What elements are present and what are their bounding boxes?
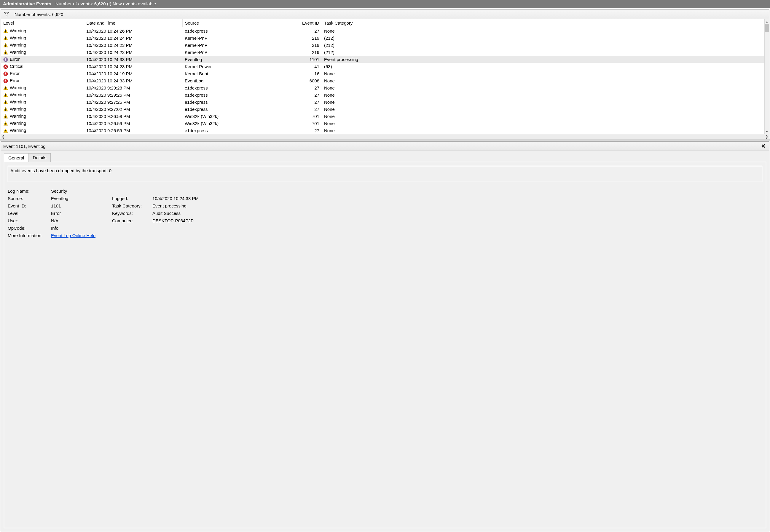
cell-task: None [322, 70, 769, 77]
cell-date: 10/4/2020 9:26:59 PM [84, 113, 182, 120]
value-keywords: Audit Success [152, 211, 762, 216]
table-row[interactable]: Error10/4/2020 10:24:33 PMEventLog6008No… [1, 77, 769, 84]
table-row[interactable]: Warning10/4/2020 9:27:02 PMe1dexpress27N… [1, 106, 769, 113]
cell-source: e1dexpress [182, 106, 295, 113]
link-online-help[interactable]: Event Log Online Help [51, 233, 95, 238]
value-opcode: Info [51, 226, 762, 231]
label-task-category: Task Category: [112, 203, 151, 208]
cell-date: 10/4/2020 9:29:25 PM [84, 91, 182, 98]
col-header-task[interactable]: Task Category [322, 19, 769, 27]
cell-level: Warning [1, 91, 84, 98]
label-user: User: [8, 218, 49, 223]
cell-level-text: Warning [10, 106, 26, 111]
cell-level-text: Warning [10, 114, 26, 119]
cell-level-text: Critical [10, 64, 23, 69]
scroll-right-icon[interactable]: ❯ [765, 135, 768, 139]
table-row[interactable]: Critical10/4/2020 10:24:23 PMKernel-Powe… [1, 63, 769, 70]
cell-level: Error [1, 56, 84, 63]
critical-icon [3, 64, 8, 69]
cell-task: (212) [322, 41, 769, 49]
tab-details[interactable]: Details [28, 153, 51, 162]
error-icon [3, 71, 8, 76]
event-table-wrap: Level Date and Time Source Event ID Task… [1, 19, 769, 134]
panel-divider[interactable] [0, 139, 770, 141]
cell-event-id: 701 [295, 113, 322, 120]
cell-level: Critical [1, 63, 84, 70]
col-header-eventid[interactable]: Event ID [295, 19, 322, 27]
cell-level: Warning [1, 106, 84, 113]
cell-level: Error [1, 77, 84, 84]
scroll-left-icon[interactable]: ❮ [2, 135, 5, 139]
label-source: Source: [8, 196, 49, 201]
event-table[interactable]: Level Date and Time Source Event ID Task… [1, 19, 769, 134]
cell-event-id: 219 [295, 41, 322, 49]
table-row[interactable]: Warning10/4/2020 9:27:25 PMe1dexpress27N… [1, 98, 769, 106]
cell-level-text: Warning [10, 85, 26, 90]
cell-source: Kernel-Boot [182, 70, 295, 77]
cell-level: Warning [1, 27, 84, 35]
table-row[interactable]: Warning10/4/2020 10:24:23 PMKernel-PnP21… [1, 41, 769, 49]
label-opcode: OpCode: [8, 226, 49, 231]
label-level: Level: [8, 211, 49, 216]
cell-event-id: 27 [295, 84, 322, 91]
close-icon[interactable]: ✕ [760, 143, 767, 149]
cell-task: (212) [322, 49, 769, 56]
scroll-down-icon[interactable]: ▾ [765, 129, 769, 134]
table-row[interactable]: Warning10/4/2020 10:24:26 PMe1dexpress27… [1, 27, 769, 35]
filter-bar: Number of events: 6,620 [1, 10, 769, 19]
value-task-category: Event processing [152, 203, 762, 208]
table-row[interactable]: Error10/4/2020 10:24:33 PMEventlog1101Ev… [1, 56, 769, 63]
scroll-thumb[interactable] [765, 24, 769, 32]
cell-source: EventLog [182, 77, 295, 84]
cell-source: e1dexpress [182, 127, 295, 134]
cell-source: e1dexpress [182, 98, 295, 106]
cell-date: 10/4/2020 10:24:24 PM [84, 34, 182, 41]
scroll-up-icon[interactable]: ▴ [765, 19, 769, 24]
horizontal-scrollbar[interactable]: ❮ ❯ [1, 134, 769, 139]
cell-date: 10/4/2020 10:24:33 PM [84, 56, 182, 63]
cell-level: Warning [1, 127, 84, 134]
cell-source: Win32k (Win32k) [182, 113, 295, 120]
value-source: Eventlog [51, 196, 110, 201]
cell-task: None [322, 77, 769, 84]
cell-task: None [322, 91, 769, 98]
table-row[interactable]: Warning10/4/2020 9:29:25 PMe1dexpress27N… [1, 91, 769, 98]
detail-tabs: General Details [1, 151, 769, 162]
value-event-id: 1101 [51, 203, 110, 208]
table-row[interactable]: Warning10/4/2020 9:26:59 PMe1dexpress27N… [1, 127, 769, 134]
cell-task: None [322, 84, 769, 91]
cell-date: 10/4/2020 9:27:02 PM [84, 106, 182, 113]
table-row[interactable]: Warning10/4/2020 10:24:24 PMKernel-PnP21… [1, 34, 769, 41]
label-keywords: Keywords: [112, 211, 151, 216]
table-row[interactable]: Warning10/4/2020 9:26:59 PMWin32k (Win32… [1, 113, 769, 120]
table-row[interactable]: Warning10/4/2020 10:24:23 PMKernel-PnP21… [1, 49, 769, 56]
events-count-label: Number of events: 6,620 [15, 12, 63, 17]
cell-level: Warning [1, 84, 84, 91]
table-row[interactable]: Error10/4/2020 10:24:19 PMKernel-Boot16N… [1, 70, 769, 77]
label-log-name: Log Name: [8, 188, 49, 194]
col-header-source[interactable]: Source [182, 19, 295, 27]
label-more-info: More Information: [8, 233, 49, 238]
col-header-level[interactable]: Level [1, 19, 84, 27]
filter-icon[interactable] [4, 12, 9, 17]
cell-date: 10/4/2020 10:24:26 PM [84, 27, 182, 35]
warning-icon [3, 128, 8, 133]
cell-event-id: 27 [295, 27, 322, 35]
cell-level-text: Warning [10, 128, 26, 133]
warning-icon [3, 114, 8, 119]
tab-general[interactable]: General [4, 154, 28, 162]
cell-date: 10/4/2020 9:26:59 PM [84, 127, 182, 134]
warning-icon [3, 36, 8, 41]
vertical-scrollbar[interactable]: ▴ ▾ [764, 19, 769, 134]
cell-source: Kernel-PnP [182, 41, 295, 49]
cell-level-text: Warning [10, 121, 26, 126]
event-properties: Log Name: Security Source: Eventlog Logg… [8, 188, 762, 238]
table-row[interactable]: Warning10/4/2020 9:29:28 PMe1dexpress27N… [1, 84, 769, 91]
cell-level: Warning [1, 49, 84, 56]
cell-task: Event processing [322, 56, 769, 63]
cell-date: 10/4/2020 10:24:19 PM [84, 70, 182, 77]
col-header-date[interactable]: Date and Time [84, 19, 182, 27]
cell-source: Win32k (Win32k) [182, 120, 295, 127]
table-row[interactable]: Warning10/4/2020 9:26:59 PMWin32k (Win32… [1, 120, 769, 127]
label-event-id: Event ID: [8, 203, 49, 208]
